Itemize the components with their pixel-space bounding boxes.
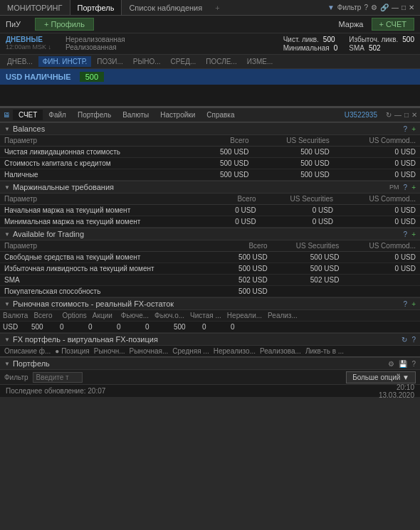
- margin-help-icon[interactable]: ?: [404, 184, 408, 191]
- margin-add-icon[interactable]: +: [411, 184, 416, 191]
- close-icon-account[interactable]: ✕: [411, 111, 417, 119]
- tab-add[interactable]: +: [209, 1, 225, 14]
- fx-portfolio-icons: ↻ ?: [401, 336, 416, 344]
- status-time: 20:10: [379, 383, 414, 391]
- row-total: 500 USD: [194, 147, 253, 158]
- available-icons: ? +: [404, 230, 416, 238]
- daily-section: ДНЕВНЫЕ 12:00am MSK ↓: [6, 36, 51, 52]
- tab-watchlist[interactable]: Список наблюдения: [122, 0, 209, 15]
- profile-button[interactable]: + Профиль: [35, 18, 94, 31]
- account-menu: 🖥 СЧЕТ Файл Портфель Валюты Настройки Сп…: [0, 108, 420, 122]
- fx-realized: 0: [228, 322, 256, 332]
- maximize-icon[interactable]: □: [401, 4, 406, 11]
- row-label: Минимальная маржа на текущий момент: [0, 216, 216, 228]
- fx-portfolio-title: FX портфель - виртуальная FX-позиция: [13, 335, 158, 344]
- available-triangle: ▼: [4, 231, 10, 238]
- margin-header[interactable]: ▼ Маржинальные требования PM ? +: [0, 181, 420, 194]
- account-menu-item-3[interactable]: Валюты: [117, 110, 154, 120]
- row-us-sec: 500 USD: [272, 252, 344, 263]
- fx-options: 0: [57, 322, 85, 332]
- balances-triangle: ▼: [4, 126, 10, 132]
- fx-market-add-icon[interactable]: +: [411, 300, 416, 308]
- col-tab-4[interactable]: СРЕД...: [167, 56, 201, 67]
- portfolio-filter-input[interactable]: [33, 372, 83, 383]
- fx-port-col-6: Реализова...: [260, 347, 301, 355]
- available-help-icon[interactable]: ?: [404, 230, 408, 238]
- min-label: Минимальная: [283, 44, 330, 52]
- row-label: Избыточная ликвидность на текущий момент: [0, 263, 220, 275]
- account-menu-item-1[interactable]: Файл: [43, 110, 72, 120]
- more-options-button[interactable]: Больше опций ▼: [346, 371, 416, 383]
- fx-col-total: Всего: [31, 311, 59, 320]
- settings-icon[interactable]: ⚙: [371, 4, 377, 11]
- portfolio-config-icon[interactable]: ⚙: [388, 360, 394, 368]
- tab-monitoring[interactable]: МОНИТОРИНГ: [0, 0, 70, 15]
- row-total: 0 USD: [216, 205, 261, 216]
- col-tab-5[interactable]: ПОСЛЕ...: [201, 56, 241, 67]
- tab-portfolio[interactable]: Портфель: [70, 0, 122, 15]
- col-us-sec: US Securities: [253, 135, 334, 147]
- account-menu-item-4[interactable]: Настройки: [154, 110, 201, 120]
- balances-header[interactable]: ▼ Balances ? +: [0, 122, 420, 135]
- col-param: Параметр: [0, 240, 220, 252]
- minimize-icon-account[interactable]: —: [394, 111, 401, 119]
- row-us-com: 0 USD: [343, 252, 420, 263]
- col-total: Всего: [220, 240, 272, 252]
- fx-portfolio-refresh-icon[interactable]: ↻: [401, 336, 407, 344]
- fx-port-col-1: ● Позиция: [55, 347, 89, 355]
- balances-header-row: Параметр Всего US Securities US Commod..…: [0, 135, 420, 147]
- col-us-com: US Commod...: [337, 194, 420, 205]
- account-menu-item-2[interactable]: Портфель: [72, 110, 117, 120]
- balances-add-icon[interactable]: +: [411, 125, 416, 133]
- fx-col-unrealized: Нереали...: [224, 311, 265, 320]
- min-value: 0: [334, 44, 338, 52]
- portfolio-help-icon[interactable]: ?: [411, 360, 416, 368]
- col-tab-0[interactable]: ДНЕВ...: [3, 56, 37, 67]
- account-menu-item-5[interactable]: Справка: [201, 110, 240, 120]
- close-icon[interactable]: ✕: [409, 4, 414, 11]
- fx-portfolio-columns: Описание ф... ● Позиция Рыночн... Рыночн…: [0, 346, 420, 356]
- fx-market-header[interactable]: ▼ Рыночная стоимость - реальный FX-остат…: [0, 297, 420, 310]
- fx-market-table: Валюта Всего Options Акции Фьюче... Фьюч…: [0, 310, 420, 333]
- top-toolbar: ПиУ + Профиль Маржа + СЧЕТ: [0, 16, 420, 33]
- fx-col-realized: Реализ...: [265, 311, 300, 320]
- available-trading-header[interactable]: ▼ Available for Trading ? +: [0, 228, 420, 240]
- account-icon: 🖥: [0, 111, 13, 119]
- col-tab-6[interactable]: ИЗМЕ...: [243, 56, 278, 67]
- row-us-com: 0 USD: [334, 158, 420, 169]
- portfolio-bottom-header[interactable]: ▼ Портфель ⚙ 💾 ?: [0, 357, 420, 370]
- col-tab-3[interactable]: РЫНО...: [129, 56, 165, 67]
- right-info: Чист. ликв. 500 Минимальная 0 Избыточ. л…: [283, 36, 414, 52]
- balances-help-icon[interactable]: ?: [404, 125, 408, 133]
- excess-liq-section: Избыточ. ликв. 500 SMA 502: [349, 36, 414, 52]
- table-row: Свободные средства на текущий момент 500…: [0, 252, 420, 263]
- table-row: Избыточная ликвидность на текущий момент…: [0, 263, 420, 275]
- row-us-sec: 0 USD: [261, 205, 337, 216]
- fx-col-net: Чистая ...: [187, 311, 224, 320]
- account-menu-item-0[interactable]: СЧЕТ: [13, 110, 43, 120]
- row-us-com: 0 USD: [334, 147, 420, 158]
- col-tab-2[interactable]: ПОЗИ...: [93, 56, 127, 67]
- refresh-icon[interactable]: ↻: [386, 111, 392, 119]
- fx-market-triangle: ▼: [4, 301, 10, 307]
- sma-label: SMA: [349, 44, 364, 52]
- fx-port-col-5: Нереализо...: [214, 347, 256, 355]
- maximize-icon-account[interactable]: □: [404, 111, 409, 119]
- schet-button[interactable]: + СЧЕТ: [372, 18, 414, 31]
- col-tab-1[interactable]: ФИН. ИНСТР.: [38, 56, 92, 67]
- fx-port-col-3: Рыночная...: [130, 347, 169, 355]
- table-row: Стоимость капитала с кредитом 500 USD 50…: [0, 158, 420, 169]
- fx-portfolio-help-icon[interactable]: ?: [411, 336, 416, 344]
- excess-liq-value: 500: [402, 36, 414, 43]
- col-param: Параметр: [0, 135, 194, 147]
- portfolio-save-icon[interactable]: 💾: [399, 360, 407, 368]
- minimize-icon[interactable]: —: [392, 4, 399, 11]
- fx-market-help-icon[interactable]: ?: [404, 300, 408, 308]
- fx-portfolio-header[interactable]: ▼ FX портфель - виртуальная FX-позиция ↻…: [0, 333, 420, 346]
- balances-icons: ? +: [404, 125, 416, 133]
- available-add-icon[interactable]: +: [411, 230, 416, 238]
- margin-header-row: Параметр Всего US Securities US Commod..…: [0, 194, 420, 205]
- col-param: Параметр: [0, 194, 216, 205]
- row-us-sec: 502 USD: [272, 275, 344, 286]
- filter-label: Фильтр: [337, 4, 362, 11]
